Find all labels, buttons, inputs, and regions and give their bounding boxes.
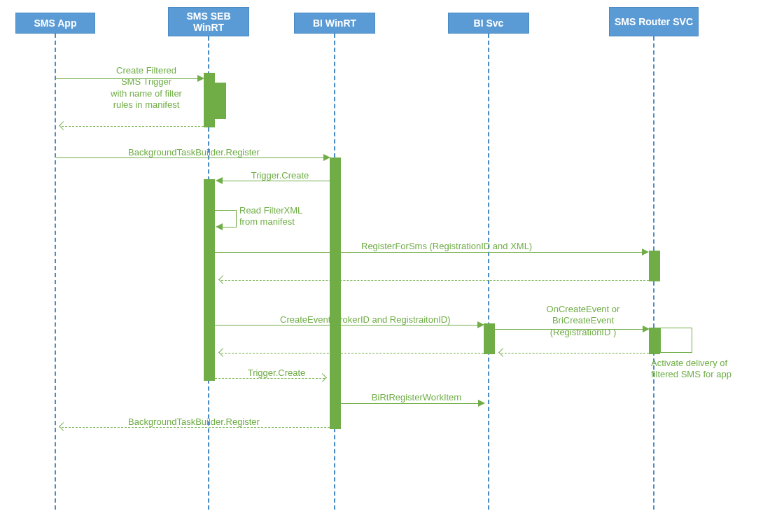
message-label: Trigger.Create: [238, 368, 315, 379]
arrowhead-icon: [216, 177, 223, 184]
participant-sms-seb-winrt: SMS SEB WinRT: [168, 7, 249, 36]
note-box: [660, 328, 692, 353]
activation-bar: [204, 73, 215, 127]
participant-label: SMS App: [34, 18, 77, 29]
arrowhead-icon: [323, 154, 330, 161]
return-arrow: [221, 353, 484, 354]
participant-sms-router-svc: SMS Router SVC: [609, 7, 699, 36]
activation-bar: [215, 83, 226, 119]
note-label: Activate delivery of filtered SMS for ap…: [651, 358, 756, 381]
participant-label: SMS SEB WinRT: [172, 10, 246, 33]
arrowhead-icon: [498, 348, 507, 357]
participant-bi-winrt: BI WinRT: [294, 13, 375, 34]
arrowhead-icon: [218, 348, 227, 357]
activation-bar: [330, 158, 341, 429]
arrowhead-icon: [218, 275, 227, 284]
message-label: CreateEvent(BrokerID and RegistraitonID): [280, 314, 483, 326]
message-label: RegisterForSms (RegistrationID and XML): [361, 241, 585, 252]
return-arrow: [62, 126, 204, 127]
message-arrow: [221, 227, 237, 227]
arrowhead-icon: [59, 422, 68, 431]
arrowhead-icon: [642, 248, 649, 255]
arrowhead-icon: [318, 373, 327, 382]
arrowhead-icon: [643, 326, 650, 332]
message-label: BiRtRegisterWorkItem: [357, 392, 476, 403]
activation-bar: [649, 328, 660, 354]
message-label: OnCreateEvent or BriCreateEvent (Registr…: [531, 304, 636, 338]
message-label: Trigger.Create: [241, 170, 318, 181]
message-arrow: [236, 210, 237, 227]
arrowhead-icon: [197, 75, 204, 82]
message-label: BackgroundTaskBuilder.Register: [113, 147, 274, 158]
lifeline: [55, 34, 56, 510]
participant-sms-app: SMS App: [15, 13, 95, 34]
activation-bar: [204, 179, 215, 381]
participant-bi-svc: BI Svc: [448, 13, 529, 34]
arrowhead-icon: [478, 400, 485, 407]
arrowhead-icon: [216, 223, 223, 230]
message-label: Read FilterXML from manifest: [239, 205, 323, 228]
arrowhead-icon: [59, 121, 68, 130]
message-label: Create Filtered SMS Trigger with name of…: [98, 65, 195, 111]
message-label: BackgroundTaskBuilder.Register: [113, 416, 274, 428]
activation-bar: [484, 323, 495, 354]
participant-label: BI Svc: [474, 18, 504, 29]
return-arrow: [501, 353, 649, 354]
participant-label: BI WinRT: [313, 18, 356, 29]
lifeline: [488, 34, 489, 510]
return-arrow: [221, 280, 649, 281]
message-arrow: [215, 210, 236, 211]
activation-bar: [649, 251, 660, 281]
participant-label: SMS Router SVC: [615, 16, 693, 27]
